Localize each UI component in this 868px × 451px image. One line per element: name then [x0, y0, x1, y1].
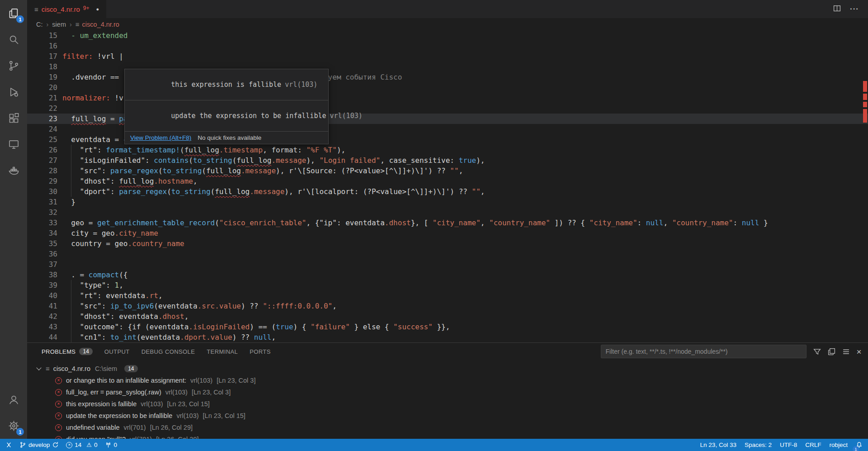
panel-tab-debug-console[interactable]: DEBUG CONSOLE	[142, 343, 195, 360]
code-line-41[interactable]: 41 "src": ip_to_ipv6(eventdata.src.value…	[27, 301, 868, 311]
problems-file-row[interactable]: ≡ cisco_4.nr.ro C:\siem 14	[27, 362, 868, 375]
line-number: 17	[27, 51, 57, 62]
view-problem-link[interactable]: View Problem (Alt+F8)	[130, 134, 191, 141]
problem-row[interactable]: ×did you mean "null"?vrl(701)[Ln 26, Col…	[27, 433, 868, 439]
code-text: city = geo.city_name	[62, 228, 158, 238]
branch-indicator[interactable]: develop	[19, 439, 59, 451]
remote-indicator[interactable]	[5, 439, 12, 451]
line-number: 35	[27, 238, 57, 249]
code-line-28[interactable]: 28 "src": parse_regex(to_string(full_log…	[27, 166, 868, 176]
panel-tab-output[interactable]: OUTPUT	[104, 343, 130, 360]
sidebar-item-explorer[interactable]: 1	[0, 0, 27, 26]
sidebar-item-source-control[interactable]	[0, 52, 27, 79]
line-number: 21	[27, 93, 57, 103]
breadcrumb-item-drive[interactable]: C:	[36, 21, 43, 28]
problems-indicator[interactable]: × 14 ⚠ 0	[66, 439, 97, 451]
code-text: "dhost": eventdata.dhost,	[62, 311, 189, 322]
code-line-44[interactable]: 44 "cn1": to_int(eventdata.dport.value) …	[27, 332, 868, 342]
indent-guide	[71, 290, 71, 301]
code-line-26[interactable]: 26 "rt": format_timestamp!(full_log.time…	[27, 145, 868, 155]
code-line-43[interactable]: 43 "outcome": {if (eventdata.isLoginFail…	[27, 322, 868, 332]
sidebar-item-remote-explorer[interactable]	[0, 131, 27, 157]
cursor-position[interactable]: Ln 23, Col 33	[700, 439, 736, 451]
view-menu-icon[interactable]	[842, 348, 850, 356]
line-number: 26	[27, 145, 57, 155]
problem-row[interactable]: ×or change this to an infallible assignm…	[27, 375, 868, 386]
filter-icon[interactable]	[813, 348, 821, 356]
line-number: 25	[27, 134, 57, 145]
line-number: 30	[27, 186, 57, 197]
code-line-27[interactable]: 27 "isLoginFailed": contains(to_string(f…	[27, 155, 868, 166]
sidebar-item-search[interactable]	[0, 26, 27, 52]
sidebar-item-run-debug[interactable]	[0, 79, 27, 105]
sidebar-item-extensions[interactable]	[0, 105, 27, 131]
code-line-33[interactable]: 33 geo = get_enrichment_table_record("ci…	[27, 218, 868, 228]
sidebar-item-settings[interactable]: 1	[0, 413, 27, 439]
notifications-bell[interactable]: 1	[856, 439, 863, 451]
error-icon: ×	[55, 401, 62, 408]
indentation-setting[interactable]: Spaces: 2	[745, 439, 772, 451]
editor-tab[interactable]: ≡ cisco_4.nr.ro 9+ ●	[27, 0, 106, 18]
panel-tab-problems[interactable]: PROBLEMS14	[42, 343, 93, 360]
encoding-setting[interactable]: UTF-8	[780, 439, 797, 451]
code-line-29[interactable]: 29 "dhost": full_log.hostname,	[27, 176, 868, 186]
more-actions-icon[interactable]: ···	[850, 5, 859, 14]
indent-guide	[71, 145, 71, 155]
panel-tab-ports[interactable]: PORTS	[250, 343, 271, 360]
panel-actions: ×	[601, 345, 862, 358]
code-text: "dhost": full_log.hostname,	[62, 176, 198, 186]
breadcrumb-item-folder[interactable]: siem	[52, 21, 66, 28]
code-text: geo = get_enrichment_table_record("cisco…	[62, 218, 768, 228]
breadcrumb-file[interactable]: ≡ cisco_4.nr.ro	[75, 20, 119, 28]
code-line-17[interactable]: 17filter: !vrl |	[27, 51, 868, 62]
code-line-31[interactable]: 31 }	[27, 197, 868, 207]
overview-ruler[interactable]	[862, 30, 868, 342]
code-line-39[interactable]: 39 "type": 1,	[27, 280, 868, 290]
code-line-30[interactable]: 30 "dport": parse_regex(to_string(full_l…	[27, 186, 868, 197]
sidebar-item-docker[interactable]	[0, 157, 27, 184]
chevron-right-icon: ›	[47, 21, 49, 28]
problem-message: this expression is fallible	[66, 400, 137, 408]
code-line-40[interactable]: 40 "rt": eventdata.rt,	[27, 290, 868, 301]
activity-bar-spacer	[0, 184, 27, 386]
language-mode[interactable]: robject	[829, 439, 848, 451]
problem-row[interactable]: ×full_log, err = parse_syslog(.raw)vrl(1…	[27, 386, 868, 398]
code-line-34[interactable]: 34 city = geo.city_name	[27, 228, 868, 238]
code-line-35[interactable]: 35 country = geo.country_name	[27, 238, 868, 249]
problems-filter-input[interactable]	[601, 345, 807, 358]
indent-guide	[71, 155, 71, 166]
indent-guide	[71, 186, 71, 197]
indent-guide	[71, 176, 71, 186]
code-line-16[interactable]: 16	[27, 41, 868, 51]
close-panel-icon[interactable]: ×	[857, 347, 862, 356]
open-editors-icon[interactable]	[828, 348, 835, 356]
hover-actions: View Problem (Alt+F8) No quick fixes ava…	[125, 132, 328, 144]
problem-source: vrl(103)	[165, 389, 188, 396]
problem-row[interactable]: ×undefined variablevrl(701)[Ln 26, Col 2…	[27, 422, 868, 433]
eol-setting[interactable]: CRLF	[805, 439, 821, 451]
search-icon	[8, 33, 20, 46]
sidebar-item-accounts[interactable]	[0, 386, 27, 413]
code-line-36[interactable]: 36	[27, 249, 868, 259]
line-number: 38	[27, 270, 57, 280]
git-branch-icon	[19, 442, 26, 448]
ports-indicator[interactable]: 0	[105, 439, 118, 451]
code-line-32[interactable]: 32	[27, 207, 868, 218]
code-line-15[interactable]: 15 - um_extended	[27, 30, 868, 41]
line-number: 31	[27, 197, 57, 207]
panel-tab-terminal[interactable]: TERMINAL	[207, 343, 238, 360]
problems-view: ≡ cisco_4.nr.ro C:\siem 14 ×or change th…	[27, 360, 868, 439]
account-icon	[8, 394, 20, 406]
problem-row[interactable]: ×this expression is falliblevrl(103)[Ln …	[27, 398, 868, 410]
code-line-38[interactable]: 38 . = compact({	[27, 270, 868, 280]
indent-guide	[71, 311, 71, 322]
code-line-37[interactable]: 37	[27, 259, 868, 270]
line-number: 37	[27, 259, 57, 270]
modified-dot-icon[interactable]: ●	[96, 6, 99, 12]
code-line-42[interactable]: 42 "dhost": eventdata.dhost,	[27, 311, 868, 322]
editor[interactable]: 15 - um_extended1617filter: !vrl |1819 .…	[27, 30, 868, 342]
split-editor-icon[interactable]	[833, 5, 841, 14]
line-number: 34	[27, 228, 57, 238]
problem-row[interactable]: ×update the expression to be infalliblev…	[27, 410, 868, 422]
code-text: "src": ip_to_ipv6(eventdata.src.value) ?…	[62, 301, 337, 311]
